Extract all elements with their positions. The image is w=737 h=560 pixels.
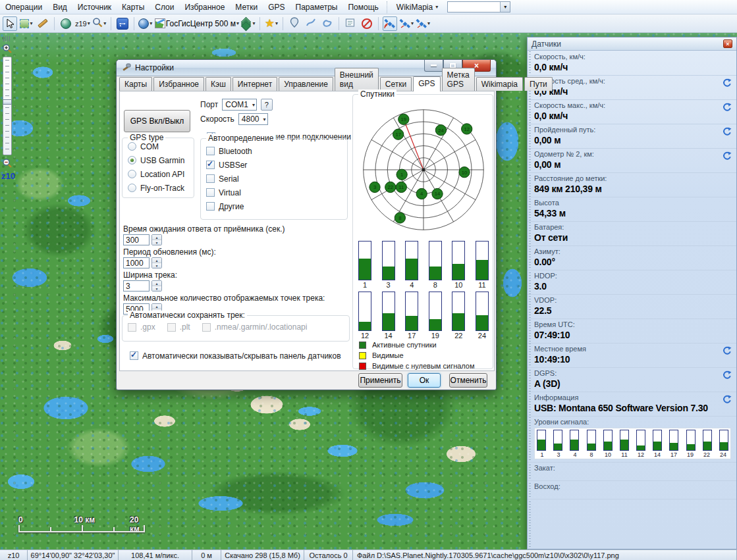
checkbox-icon[interactable]: ✓ — [130, 351, 138, 360]
refresh-icon[interactable] — [723, 127, 732, 136]
pointer-tool-button[interactable] — [3, 16, 17, 31]
menu-item[interactable]: Вид — [47, 1, 72, 14]
apply-button[interactable]: Применить — [358, 373, 402, 388]
autodetect-option[interactable]: Serial — [201, 170, 347, 184]
menu-item[interactable]: Параметры — [290, 1, 343, 14]
spin-up-icon[interactable]: ▲ — [152, 258, 161, 263]
radio-icon[interactable] — [128, 184, 136, 192]
refresh-icon[interactable] — [723, 151, 732, 161]
radio-icon[interactable] — [128, 156, 136, 165]
menu-item[interactable]: Карты — [117, 1, 150, 14]
port-help-button[interactable]: ? — [261, 99, 273, 111]
autosave-format-option[interactable]: .nmea/.garmin/.locationapi — [202, 322, 308, 332]
zoom-in-icon[interactable] — [2, 43, 13, 54]
dialog-tab[interactable]: Метка GPS — [442, 68, 475, 91]
toolbar-grip[interactable] — [3, 36, 11, 41]
projection-button[interactable]: ▾ — [138, 16, 153, 31]
zoom-slider-handle[interactable] — [3, 99, 12, 105]
layers-button[interactable]: ▾ — [241, 16, 256, 31]
checkbox-icon[interactable] — [206, 188, 215, 197]
minimize-button[interactable] — [424, 60, 443, 72]
gps-type-option[interactable]: USB Garmin — [123, 152, 194, 166]
menu-item[interactable]: Метки — [230, 1, 263, 14]
dialog-tab[interactable]: Карты — [119, 77, 152, 91]
dialog-tab[interactable]: Управление — [279, 77, 333, 91]
menu-item[interactable]: Избранное — [179, 1, 230, 14]
checkbox-icon[interactable] — [206, 147, 215, 155]
fullscreen-button[interactable] — [115, 16, 130, 31]
spin-down-icon[interactable]: ▼ — [152, 240, 161, 245]
globe-zoom-button[interactable] — [59, 16, 73, 31]
dialog-tab[interactable]: Интернет — [232, 77, 277, 91]
gps-track-button[interactable]: ▾ — [399, 16, 414, 31]
port-select[interactable]: COM1▾ — [222, 99, 257, 111]
gps-options-button[interactable]: ▾ — [416, 16, 430, 31]
menu-item[interactable]: GPS — [263, 1, 290, 14]
autodetect-option[interactable]: ✓USBSer — [201, 157, 347, 170]
spin-down-icon[interactable]: ▼ — [152, 263, 161, 268]
checkbox-icon[interactable]: ✓ — [206, 161, 215, 169]
radio-icon[interactable] — [128, 170, 136, 178]
gps-type-option[interactable]: Location API — [123, 166, 194, 180]
radio-icon[interactable] — [128, 142, 136, 151]
dialog-tab[interactable]: Внешний вид — [335, 68, 379, 91]
refresh-icon[interactable] — [723, 78, 732, 88]
search-tool-button[interactable]: ▾ — [92, 16, 107, 31]
search-combobox[interactable]: ▾ — [447, 1, 510, 13]
autodetect-option[interactable]: Bluetooth — [201, 143, 347, 157]
refresh-icon[interactable] — [723, 346, 732, 355]
autodetect-option[interactable]: Virtual — [201, 184, 347, 198]
menu-item[interactable]: Операции — [0, 1, 47, 14]
menu-item[interactable]: Источник — [72, 1, 117, 14]
track-width-input[interactable]: 3 — [123, 280, 150, 292]
favorites-button[interactable]: ★▾ — [264, 16, 279, 31]
gps-onoff-button[interactable]: GPS Вкл/Выкл — [124, 110, 190, 132]
dialog-tab[interactable]: Сетки — [380, 77, 412, 91]
spin-down-icon[interactable]: ▼ — [152, 286, 161, 291]
measure-distance-button[interactable] — [36, 16, 50, 31]
zoom-out-icon[interactable] — [2, 158, 13, 168]
refresh-icon[interactable] — [723, 395, 732, 404]
select-region-button[interactable]: ▾ — [19, 16, 34, 31]
refresh-period-input[interactable]: 1000 — [123, 257, 150, 268]
autosave-format-option[interactable]: .gpx — [128, 322, 155, 332]
checkbox-icon[interactable] — [167, 323, 176, 332]
stop-downloads-button[interactable] — [360, 16, 374, 31]
close-icon[interactable]: × — [723, 39, 732, 48]
search-input[interactable] — [448, 2, 500, 12]
menu-item[interactable]: Слои — [150, 1, 179, 14]
checkbox-icon[interactable] — [202, 323, 211, 332]
map-source-button[interactable]: ГосГисЦентр 500 м▾ — [155, 16, 239, 31]
zoom-level-select[interactable]: z19▾ — [75, 16, 90, 31]
dialog-tab[interactable]: Пути — [524, 77, 553, 91]
speed-select[interactable]: 4800▾ — [238, 113, 268, 125]
spin-up-icon[interactable]: ▲ — [152, 304, 161, 309]
checkbox-icon[interactable] — [206, 174, 215, 183]
dialog-tab[interactable]: Wikimapia — [476, 77, 523, 91]
refresh-icon[interactable] — [723, 103, 732, 112]
sensors-panel-header[interactable]: Датчики × — [528, 38, 736, 51]
add-path-button[interactable] — [304, 16, 318, 31]
dialog-tab[interactable]: Избранное — [153, 77, 204, 91]
dialog-tab[interactable]: Кэш — [205, 77, 231, 91]
zoom-slider[interactable] — [3, 57, 12, 155]
spin-up-icon[interactable]: ▲ — [152, 235, 161, 240]
gps-type-option[interactable]: Fly-on-Track — [123, 180, 194, 193]
placemark-button[interactable] — [287, 16, 302, 31]
autoshow-sensors-checkbox[interactable]: ✓ Автоматически показывать/скрывать пане… — [124, 347, 341, 361]
autodetect-option[interactable]: Другие — [201, 198, 347, 212]
checkbox-icon[interactable] — [128, 323, 136, 332]
wikimapia-menu[interactable]: WikiMapia ▾ — [393, 1, 442, 13]
dialog-tab[interactable]: GPS — [413, 76, 440, 91]
gps-connect-button[interactable] — [383, 16, 397, 31]
cancel-button[interactable]: Отменить — [449, 373, 487, 388]
autosave-format-option[interactable]: .plt — [167, 322, 190, 332]
menu-item[interactable]: Помощь — [342, 1, 383, 14]
add-polygon-button[interactable] — [320, 16, 335, 31]
ok-button[interactable]: Ок — [408, 373, 441, 388]
checkbox-icon[interactable] — [206, 202, 215, 211]
download-info-button[interactable] — [343, 16, 358, 31]
timeout-input[interactable]: 300 — [123, 234, 150, 245]
spin-up-icon[interactable]: ▲ — [152, 281, 161, 286]
search-dropdown-button[interactable]: ▾ — [500, 2, 510, 12]
